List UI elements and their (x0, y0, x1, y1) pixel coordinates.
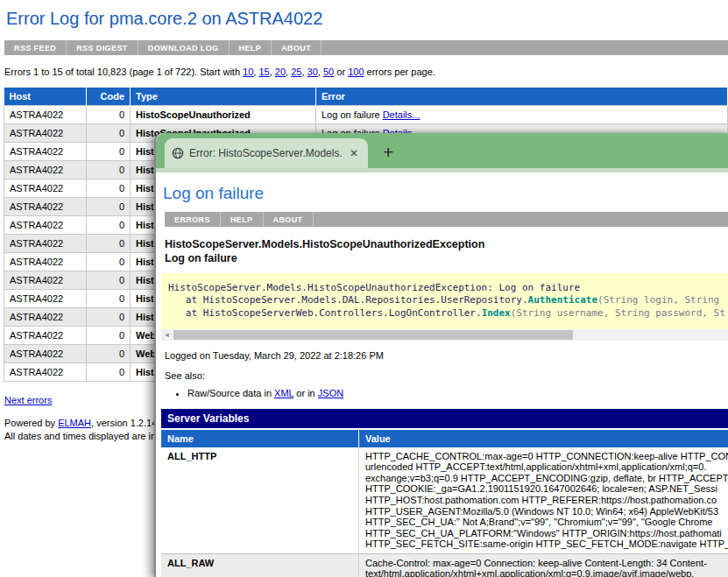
nav-rss-feed[interactable]: RSS FEED (4, 40, 67, 55)
pager-or: or (334, 67, 348, 77)
cell-error: Log on failureDetails... (316, 106, 728, 124)
nav-about[interactable]: ABOUT (272, 40, 322, 55)
cell-host: ASTRA4022 (4, 124, 87, 143)
cell-host: ASTRA4022 (4, 345, 87, 363)
stack-method-name: Authenticate (528, 294, 597, 306)
stack-method-args: (String login, String (597, 294, 725, 306)
stack-line-2: at HistoScopeServer.Models.DAL.Repositor… (168, 294, 721, 306)
scrollbar-thumb[interactable] (173, 330, 573, 340)
stack-frame-text: at HistoScopeServer.Models.DAL.Repositor… (168, 294, 528, 306)
cell-host: ASTRA4022 (4, 253, 87, 271)
cell-code: 0 (87, 290, 131, 308)
table-row: ASTRA4022 0 HistoScopeUnauthorized Log o… (4, 106, 728, 124)
exception-message: Log on failure (165, 251, 728, 265)
popup-nav-about[interactable]: ABOUT (264, 212, 314, 227)
cell-code: 0 (87, 345, 131, 363)
cell-host: ASTRA4022 (4, 327, 87, 345)
json-link[interactable]: JSON (318, 388, 343, 398)
error-heading: Log on failure (163, 184, 728, 203)
cell-code: 0 (87, 124, 131, 143)
stack-trace-block: HistoScopeServer.Models.HistoScopeUnauth… (161, 273, 728, 329)
tab-close-icon[interactable]: ✕ (347, 147, 361, 159)
sv-row: ALL_HTTP HTTP_CACHE_CONTROL:max-age=0 HT… (161, 447, 728, 554)
cell-host: ASTRA4022 (4, 216, 87, 235)
cell-code: 0 (87, 271, 131, 290)
cell-code: 0 (87, 198, 131, 216)
sv-value: Cache-Control: max-age=0 Connection: kee… (359, 554, 728, 577)
page-title: Error Log for pma.core.2 on ASTRA4022 (6, 9, 728, 29)
tab-strip: Error: HistoScopeServer.Models.H ✕ + (156, 133, 728, 168)
col-header-host: Host (4, 88, 87, 106)
xml-link[interactable]: XML (274, 388, 293, 398)
sv-col-name: Name (161, 430, 359, 447)
pager-line: Errors 1 to 15 of total 10,823 (page 1 o… (4, 67, 728, 77)
popup-navbar: ERRORS HELP ABOUT (165, 212, 728, 227)
logged-on-text: Logged on Tuesday, March 29, 2022 at 2:1… (165, 350, 728, 361)
server-variables-table: Name Value ALL_HTTP HTTP_CACHE_CONTROL:m… (161, 430, 728, 577)
nav-rss-digest[interactable]: RSS DIGEST (67, 40, 138, 55)
col-header-error: Error (316, 88, 728, 106)
cell-host: ASTRA4022 (4, 198, 87, 216)
raw-source-item: Raw/Source data in XML or in JSON (187, 388, 728, 398)
next-errors-link[interactable]: Next errors (4, 395, 52, 405)
col-header-type: Type (131, 88, 316, 106)
cell-code: 0 (87, 235, 131, 253)
nav-download-log[interactable]: DOWNLOAD LOG (138, 40, 230, 55)
cell-code: 0 (87, 106, 131, 124)
sv-col-value: Value (359, 430, 728, 447)
cell-type: HistoScopeUnauthorized (131, 106, 316, 124)
new-tab-button[interactable]: + (383, 143, 393, 161)
sv-name: ALL_HTTP (161, 447, 359, 553)
cell-code: 0 (87, 179, 131, 198)
server-variables-header: Server Variables (161, 409, 728, 428)
page-size-50[interactable]: 50 (323, 67, 334, 77)
main-navbar: RSS FEED RSS DIGEST DOWNLOAD LOG HELP AB… (4, 40, 728, 55)
page-size-25[interactable]: 25 (291, 67, 301, 77)
stack-line-3: at HistoScopeServerWeb.Controllers.LogOn… (168, 307, 721, 320)
exception-heading: HistoScopeServer.Models.HistoScopeUnauth… (165, 237, 728, 265)
error-text: Log on failure (322, 109, 380, 120)
stack-method-name: Index (482, 307, 511, 319)
cell-code: 0 (87, 308, 131, 327)
cell-code: 0 (87, 363, 131, 382)
cell-host: ASTRA4022 (4, 161, 87, 179)
sv-row: ALL_RAW Cache-Control: max-age=0 Connect… (161, 554, 728, 577)
sv-header-row: Name Value (161, 430, 728, 447)
tab-title: Error: HistoScopeServer.Models.H (189, 147, 342, 159)
cell-host: ASTRA4022 (4, 271, 87, 290)
scroll-left-arrow-icon[interactable]: ◂ (161, 329, 173, 341)
sv-value: HTTP_CACHE_CONTROL:max-age=0 HTTP_CONNEC… (359, 447, 728, 553)
error-detail-content: Log on failure ERRORS HELP ABOUT HistoSc… (156, 172, 728, 577)
page-size-10[interactable]: 10 (243, 67, 253, 77)
cell-code: 0 (87, 253, 131, 271)
powered-pre: Powered by (4, 418, 58, 428)
table-header-row: Host Code Type Error (4, 88, 728, 106)
cell-code: 0 (87, 161, 131, 179)
cell-host: ASTRA4022 (4, 290, 87, 308)
col-header-code: Code (87, 88, 131, 106)
page-size-15[interactable]: 15 (258, 67, 269, 77)
exception-type: HistoScopeServer.Models.HistoScopeUnauth… (165, 237, 728, 251)
nav-help[interactable]: HELP (230, 40, 272, 55)
raw-pre-text: Raw/Source data in (187, 388, 274, 398)
elmah-link[interactable]: ELMAH (58, 418, 91, 428)
cell-host: ASTRA4022 (4, 179, 87, 198)
pager-intro: Errors 1 to 15 of total 10,823 (page 1 o… (4, 67, 243, 77)
page-size-100[interactable]: 100 (348, 67, 364, 77)
globe-icon (172, 147, 184, 159)
stack-method-args: (String username, String password, St (511, 307, 725, 319)
popup-nav-help[interactable]: HELP (221, 212, 264, 227)
cell-host: ASTRA4022 (4, 106, 87, 124)
cell-code: 0 (87, 327, 131, 345)
see-also-label: See also: (165, 370, 728, 381)
browser-tab[interactable]: Error: HistoScopeServer.Models.H ✕ (165, 138, 368, 168)
page-size-20[interactable]: 20 (275, 67, 286, 77)
cell-code: 0 (87, 143, 131, 161)
popup-nav-errors[interactable]: ERRORS (165, 212, 221, 227)
page-size-30[interactable]: 30 (307, 67, 318, 77)
details-link[interactable]: Details... (383, 109, 421, 120)
cell-host: ASTRA4022 (4, 363, 87, 382)
cell-code: 0 (87, 216, 131, 235)
horizontal-scrollbar[interactable]: ◂ (161, 329, 728, 341)
see-also-list: Raw/Source data in XML or in JSON (165, 388, 728, 398)
